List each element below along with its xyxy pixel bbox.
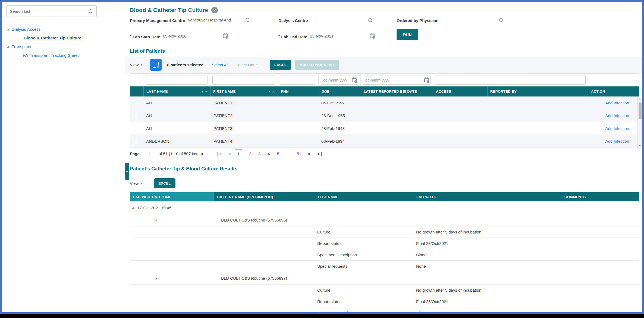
cell-first-name: PATIENT4 [213,139,234,144]
patient-row: ALIPATIENT328-Feb-1948Add Infection [130,122,639,135]
calendar-icon[interactable] [424,78,429,82]
calendar-icon[interactable] [223,34,228,38]
first-page-icon[interactable]: ◀ [217,152,221,156]
primary-management-centre-input[interactable]: Vancouver Hospital And [188,18,250,24]
search-input[interactable] [7,9,96,14]
sort-descending-icon[interactable]: ▼ [205,90,208,93]
table-scrollbar[interactable]: ▲ ▼ [637,96,642,148]
next-page-icon[interactable]: ▶ [308,152,311,156]
page-link-3[interactable]: 3 [258,151,260,156]
lab-visit-group-row[interactable]: ◢17-Oct-2021 19:45 [130,201,639,214]
page-link-5[interactable]: 5 [277,151,279,156]
page-number-input[interactable] [143,150,155,158]
collapse-icon[interactable]: ◢ [155,277,157,280]
sidebar-group-dialysis-access[interactable]: ◢Dialysis Access [7,27,125,32]
column-header-lab-value[interactable]: LAB VALUE [413,192,561,201]
add-infection-link[interactable]: Add Infection [591,139,636,144]
ordered-by-physician-input[interactable] [441,18,503,24]
phn-filter-input[interactable] [280,76,316,85]
column-header-first-name[interactable]: FIRST NAME▲▼ [210,86,278,96]
add-to-worklist-button[interactable]: ADD TO WORKLIST [295,60,339,70]
collapse-icon[interactable]: ◢ [132,206,134,209]
add-infection-link[interactable]: Add Infection [591,126,636,131]
cell-lab-value: No growth after 5 days of incubation [413,288,561,292]
row-checkbox[interactable] [136,126,136,131]
tree-expand-icon[interactable]: ◢ [7,45,9,48]
access-filter-input[interactable] [435,76,586,85]
current-page-number[interactable]: 1 [235,149,242,156]
sidebar-search [6,5,97,17]
required-asterisk: * [130,34,131,40]
lab-end-date-input[interactable]: 23-Nov-2021 [310,34,375,40]
excel-button[interactable]: EXCEL [154,178,175,188]
filter-builder-button[interactable] [150,59,162,71]
lookup-icon[interactable] [499,18,503,22]
excel-button[interactable]: EXCEL [270,60,291,70]
search-icon[interactable] [89,9,93,13]
scroll-down-icon[interactable]: ▼ [638,144,642,147]
column-header-dob: DOB [319,86,361,96]
required-asterisk: * [278,34,280,40]
column-header-battery-name-specimen-id[interactable]: BATTERY NAME (SPECIMEN ID) [213,192,314,201]
test-row: CultureNo growth after 5 days of incubat… [130,226,639,238]
select-none-link[interactable]: Select None [235,63,258,67]
page-link-4[interactable]: 4 [268,151,270,156]
lab-start-date-input[interactable]: 09-Nov-2020 [163,34,228,40]
select-all-link[interactable]: Select All [212,63,228,67]
lookup-icon[interactable] [246,18,250,22]
help-icon[interactable]: ? [211,7,218,13]
calendar-icon[interactable] [352,78,357,82]
first-name-filter-input[interactable] [212,76,275,85]
latest-bsi-filter-input[interactable] [363,76,431,85]
last-page-icon[interactable]: ▶ [318,152,322,156]
view-dropdown[interactable]: View ▼ [130,181,143,186]
sort-ascending-icon[interactable]: ▲ [201,90,204,93]
dialysis-centre-input[interactable] [310,18,372,24]
column-header-label: LATEST REPORTED BSI DATE [364,89,417,93]
sort-ascending-icon[interactable]: ▲ [269,90,271,93]
view-dropdown[interactable]: View ▼ [130,63,143,67]
sidebar-item-ky-transplant-tracking-sheet[interactable]: KY Transplant Tracking Sheet [23,53,125,58]
row-checkbox[interactable] [136,139,136,144]
page-link-2[interactable]: 2 [249,151,251,156]
sidebar-item-blood-catheter-tip-culture[interactable]: Blood & Catheter Tip Culture [23,36,125,40]
pagination-summary: of 51 (1-10 of 507 items) [159,151,203,156]
row-checkbox[interactable] [136,113,136,118]
lookup-icon[interactable] [368,18,372,22]
column-header-lab-visit-date-time[interactable]: LAB VISIT DATE/TIME [130,192,213,201]
last-name-filter-input[interactable] [146,76,208,85]
column-header-comments[interactable]: COMMENTS [561,192,639,201]
collapse-icon[interactable]: ◢ [155,219,157,222]
cell-first-name: PATIENT2 [213,113,234,118]
sidebar-group-label: Transplant [12,44,32,49]
cell-lab-value: None [413,264,561,269]
cell-test-name: Special requests [314,264,413,269]
results-table-body: ◢17-Oct-2021 19:45◢BLD CULT C&S Routine … [130,201,639,312]
add-infection-link[interactable]: Add Infection [591,113,636,118]
cell-first-name: PATIENT1 [213,101,234,105]
filter-cell-action [588,74,639,86]
run-button[interactable]: RUN [397,29,418,40]
patient-row: ALIPATIENT104-Oct-1946Add Infection [130,96,639,109]
page-link-51[interactable]: 51 [297,151,301,156]
scroll-up-icon[interactable]: ▲ [638,97,642,100]
sort-descending-icon[interactable]: ▼ [272,90,275,93]
battery-row[interactable]: ◢BLD CULT C&S Routine (67566896) [130,214,639,226]
test-row: Report statusFinal 23/Oct/2021 [130,238,639,249]
title-row: Blood & Catheter Tip Culture ? [130,7,639,13]
column-header-last-name[interactable]: LAST NAME▲▼ [143,86,210,96]
previous-page-icon[interactable]: ◀ [228,152,231,156]
column-header-test-name[interactable]: TEST NAME [314,192,413,201]
scrollbar-thumb[interactable] [639,102,642,119]
sidebar-group-label: Dialysis Access [12,27,41,32]
collapse-panel-handle[interactable]: ◀ [125,163,129,180]
page-title: Blood & Catheter Tip Culture [130,7,208,13]
battery-row[interactable]: ◢BLD CULT C&S Routine (67566897) [130,272,639,285]
column-header-label: PHN [281,89,288,93]
patients-table-header: LAST NAME▲▼FIRST NAME▲▼PHNDOBLATEST REPO… [130,86,639,96]
calendar-icon[interactable] [370,34,375,38]
row-checkbox[interactable] [136,101,136,105]
tree-expand-icon[interactable]: ◢ [7,28,9,31]
sidebar-group-transplant[interactable]: ◢Transplant [7,44,125,49]
add-infection-link[interactable]: Add Infection [591,101,636,105]
